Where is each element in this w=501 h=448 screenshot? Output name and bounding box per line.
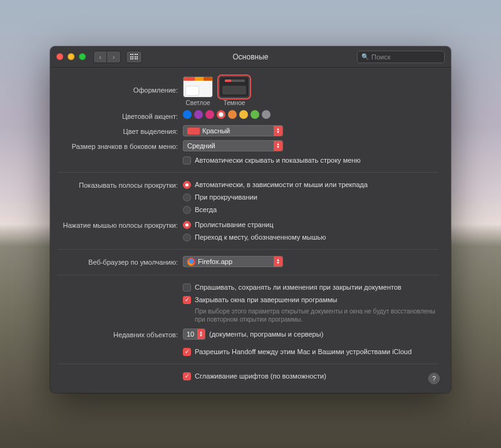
close-windows-checkbox[interactable]: ✓ (183, 296, 191, 304)
divider (58, 172, 438, 173)
grid-icon (130, 54, 138, 59)
chevron-left-icon: ‹ (99, 53, 101, 61)
ask-save-checkbox[interactable] (183, 283, 191, 292)
handoff-checkbox[interactable]: ✓ (183, 348, 191, 356)
font-smoothing-label: Сглаживание шрифтов (по возможности) (195, 372, 326, 380)
window-title: Основные (233, 53, 269, 61)
sidebar-size-select[interactable]: Средний ▲▼ (183, 140, 283, 151)
question-icon: ? (432, 375, 436, 382)
updown-icon: ▲▼ (274, 141, 282, 151)
accent-color-4[interactable] (228, 110, 237, 119)
traffic-lights (56, 53, 86, 60)
updown-icon: ▲▼ (197, 329, 205, 339)
autohide-menubar-checkbox[interactable] (183, 156, 191, 165)
font-smoothing-checkbox[interactable]: ✓ (183, 372, 191, 380)
close-icon[interactable] (56, 53, 63, 60)
divider (58, 275, 438, 275)
forward-button[interactable]: › (107, 51, 121, 63)
content: Оформление: Светлое Темное Цветовой акце… (50, 68, 451, 393)
preferences-window: ‹ › Основные 🔍 Поиск Оформление: Светлое (50, 46, 451, 393)
accent-color-6[interactable] (250, 110, 259, 119)
recent-count-stepper[interactable]: 10 ▲▼ (183, 328, 205, 340)
back-button[interactable]: ‹ (93, 51, 107, 63)
minimize-icon[interactable] (68, 53, 75, 60)
search-input[interactable]: 🔍 Поиск (357, 51, 445, 63)
handoff-label: Разрешить Handoff между этим Mac и Вашим… (195, 348, 411, 355)
search-icon: 🔍 (361, 53, 369, 60)
titlebar: ‹ › Основные 🔍 Поиск (50, 46, 451, 68)
accent-color-2[interactable] (205, 110, 214, 119)
close-windows-help: При выборе этого параметра открытые доку… (183, 307, 438, 323)
close-windows-label: Закрывать окна при завершении программы (195, 296, 337, 303)
scrollbar-radio-1[interactable] (183, 193, 191, 201)
label-sidebar-size: Размер значков в боковом меню: (58, 140, 183, 153)
default-browser-select[interactable]: Firefox.app ▲▼ (183, 256, 283, 267)
help-button[interactable]: ? (428, 373, 440, 384)
accent-color-3[interactable] (217, 110, 225, 119)
accent-color-0[interactable] (183, 110, 192, 119)
recent-suffix: (документы, программы и серверы) (209, 330, 323, 338)
scrollbar-label-0: Автоматически, в зависимости от мыши или… (195, 181, 368, 188)
updown-icon: ▲▼ (274, 257, 282, 267)
scrollclick-label-0: Пролистывание страниц (195, 221, 273, 228)
show-all-button[interactable] (126, 51, 142, 63)
label-appearance: Оформление: (58, 76, 183, 96)
accent-color-row (183, 110, 438, 119)
accent-color-7[interactable] (262, 110, 271, 119)
label-accent: Цветовой акцент: (58, 110, 183, 123)
updown-icon: ▲▼ (274, 126, 282, 136)
divider (58, 249, 438, 250)
scrollclick-label-1: Переход к месту, обозначенному мышью (195, 233, 326, 241)
search-placeholder: Поиск (371, 53, 390, 61)
dark-preview-icon (219, 76, 249, 98)
scrollbar-label-2: Всегда (195, 206, 217, 213)
light-preview-icon (183, 76, 213, 98)
accent-color-1[interactable] (194, 110, 203, 119)
scrollbar-radio-0[interactable] (183, 181, 191, 189)
scrollbar-label-1: При прокручивании (195, 193, 257, 201)
chevron-right-icon: › (113, 53, 115, 61)
ask-save-label: Спрашивать, сохранять ли изменения при з… (195, 283, 401, 291)
autohide-menubar-label: Автоматически скрывать и показывать стро… (195, 156, 361, 164)
zoom-icon[interactable] (79, 53, 86, 60)
label-scroll-click: Нажатие мышью полосы прокрутки: (58, 219, 183, 232)
scrollclick-radio-0[interactable] (183, 221, 191, 229)
accent-color-5[interactable] (239, 110, 248, 119)
nav-segment: ‹ › (93, 51, 121, 63)
label-default-browser: Веб-браузер по умолчанию: (58, 256, 183, 268)
label-highlight: Цвет выделения: (58, 125, 183, 138)
scrollbar-radio-2[interactable] (183, 206, 191, 214)
label-scrollbars: Показывать полосы прокрутки: (58, 179, 183, 191)
appearance-light[interactable]: Светлое (183, 76, 213, 106)
label-recent: Недавних объектов: (58, 328, 183, 341)
color-swatch-icon (187, 128, 200, 135)
scrollclick-radio-1[interactable] (183, 233, 191, 242)
appearance-dark[interactable]: Темное (219, 76, 249, 106)
divider (58, 364, 438, 364)
firefox-icon (187, 258, 195, 266)
highlight-select[interactable]: Красный ▲▼ (183, 125, 283, 136)
